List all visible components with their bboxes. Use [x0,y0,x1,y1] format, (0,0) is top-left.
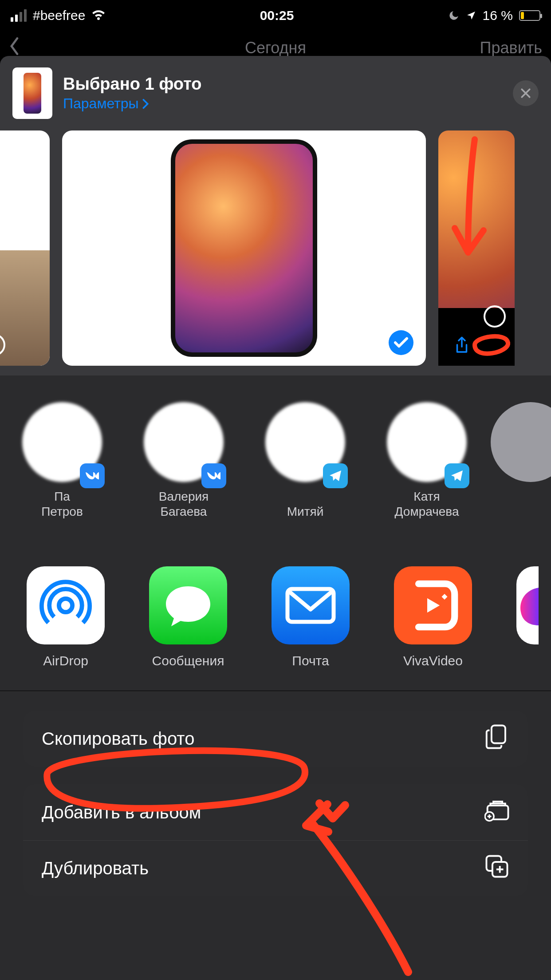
app-messages[interactable]: Сообщения [149,566,227,668]
share-contact[interactable]: Митяй [265,402,345,538]
app-vivavideo[interactable]: VivaVideo [394,566,472,668]
annotation-arrow-icon [444,135,492,274]
copy-icon [484,723,509,754]
add-album-icon [484,799,509,826]
app-label: Почта [292,653,329,668]
app-more[interactable] [516,566,539,668]
messages-icon [149,566,227,644]
avatar [491,402,551,482]
photo-selection-strip[interactable]: 0... [0,129,551,375]
svg-point-0 [59,599,72,612]
photo-thumb[interactable] [438,130,515,366]
svg-rect-2 [492,725,505,743]
vivavideo-icon [394,566,472,644]
app-label: VivaVideo [403,653,463,668]
photo-thumb[interactable]: 0... [0,130,50,366]
action-duplicate[interactable]: Дублировать [23,840,528,896]
action-copy-photo[interactable]: Скопировать фото [23,711,528,767]
action-label: Дублировать [42,858,149,878]
battery-icon [519,10,540,21]
location-arrow-icon [466,10,476,21]
share-contact[interactable]: КатяДомрачева [387,402,467,538]
dnd-moon-icon [448,10,460,21]
bg-title: Сегодня [245,39,306,57]
app-label: Сообщения [152,653,224,668]
selected-thumbnail [12,67,52,119]
contact-name: ПаПетров [41,489,83,519]
share-contact-more[interactable] [491,402,551,538]
contact-name: КатяДомрачева [395,489,459,519]
app-airdrop[interactable]: AirDrop [27,566,105,668]
selected-check-icon[interactable] [389,330,413,355]
telegram-badge-icon [323,463,348,488]
sheet-header: Выбрано 1 фото Параметры [0,56,551,129]
status-bar: #beefree 00:25 16 % [0,0,551,31]
share-contact[interactable]: ПаПетров [22,402,102,538]
share-icon [454,336,469,357]
vk-badge-icon [80,463,105,488]
annotation-circle-icon [470,329,510,362]
action-add-to-album[interactable]: Добавить в альбом [23,784,528,840]
action-label: Добавить в альбом [42,802,201,822]
app-mail[interactable]: Почта [272,566,350,668]
share-apps-row[interactable]: AirDrop Сообщения Почта VivaVideo [0,556,551,691]
sheet-title: Выбрано 1 фото [63,75,201,94]
share-contact[interactable]: ВалерияБагаева [144,402,224,538]
vk-badge-icon [201,463,226,488]
photo-thumb-selected[interactable] [62,130,426,366]
edit-link: Править [480,39,542,57]
contact-name: ВалерияБагаева [159,489,209,519]
battery-pct: 16 % [483,8,513,23]
app-icon [516,566,539,644]
share-contacts-row[interactable]: ПаПетров ВалерияБагаева Митяй КатяДомрач… [0,375,551,556]
wifi-icon [91,10,106,21]
clock: 00:25 [260,8,294,23]
signal-icon [11,9,27,22]
app-label: AirDrop [43,653,88,668]
mail-icon [272,566,350,644]
selection-ring-icon[interactable] [484,305,506,328]
duplicate-icon [484,854,509,883]
telegram-badge-icon [445,463,469,488]
share-sheet: Выбрано 1 фото Параметры 0... [0,56,551,980]
contact-name: Митяй [287,489,324,519]
action-label: Скопировать фото [42,729,194,749]
airdrop-icon [27,566,105,644]
share-actions: Скопировать фото Добавить в альбом Дубли… [0,691,551,896]
carrier-label: #beefree [33,8,85,23]
close-button[interactable] [513,80,539,106]
options-link[interactable]: Параметры [63,95,201,112]
